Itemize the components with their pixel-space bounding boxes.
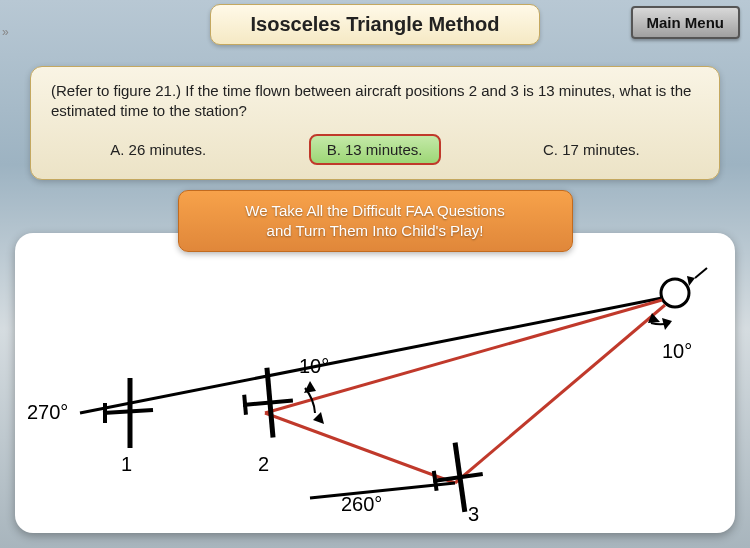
heading-270-label: 270° bbox=[27, 401, 68, 423]
pos3-label: 3 bbox=[468, 503, 479, 525]
angle-10-top-label: 10° bbox=[299, 355, 329, 377]
bearing-line-1 bbox=[80, 298, 662, 413]
promo-line1: We Take All the Difficult FAA Questions bbox=[245, 202, 504, 219]
header: Isosceles Triangle Method Main Menu bbox=[0, 0, 750, 48]
question-prompt: (Refer to figure 21.) If the time flown … bbox=[51, 81, 699, 122]
promo-banner: We Take All the Difficult FAA Questions … bbox=[178, 190, 573, 253]
angle-arrow-2-top bbox=[304, 381, 316, 393]
pos1-label: 1 bbox=[121, 453, 132, 475]
arrow-station-top-line bbox=[695, 268, 707, 278]
angle-10-right-label: 10° bbox=[662, 340, 692, 362]
station-icon bbox=[661, 279, 689, 307]
heading-260-label: 260° bbox=[341, 493, 382, 515]
answer-b[interactable]: B. 13 minutes. bbox=[309, 134, 441, 165]
question-panel: (Refer to figure 21.) If the time flown … bbox=[30, 66, 720, 180]
figure-svg: 270° 1 2 10° 260° 3 10° bbox=[15, 233, 735, 533]
svg-line-5 bbox=[244, 395, 246, 415]
angle-arrow-2-bottom bbox=[313, 412, 324, 424]
answer-row: A. 26 minutes. B. 13 minutes. C. 17 minu… bbox=[51, 134, 699, 165]
aircraft-1-icon bbox=[103, 378, 153, 448]
main-menu-button[interactable]: Main Menu bbox=[631, 6, 741, 39]
answer-a[interactable]: A. 26 minutes. bbox=[94, 136, 222, 163]
page-title: Isosceles Triangle Method bbox=[210, 4, 541, 45]
figure-panel: 270° 1 2 10° 260° 3 10° bbox=[15, 233, 735, 533]
red-line-2-3 bbox=[265, 413, 455, 483]
svg-line-8 bbox=[434, 471, 437, 491]
promo-line2: and Turn Them Into Child's Play! bbox=[267, 222, 484, 239]
pos2-label: 2 bbox=[258, 453, 269, 475]
angle-arrow-station-2 bbox=[662, 318, 672, 330]
svg-line-4 bbox=[267, 368, 273, 438]
arrow-station-top bbox=[687, 276, 695, 286]
aircraft-2-icon bbox=[240, 366, 296, 440]
bearing-line-3 bbox=[310, 483, 455, 498]
answer-c[interactable]: C. 17 minutes. bbox=[527, 136, 656, 163]
